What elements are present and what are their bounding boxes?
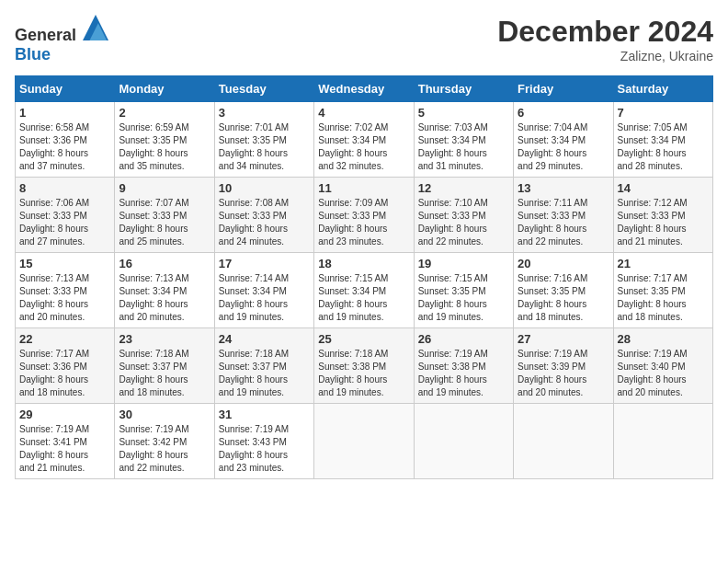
day-info: Sunrise: 7:15 AMSunset: 3:35 PMDaylight:… [418, 272, 509, 324]
day-info: Sunrise: 7:02 AMSunset: 3:34 PMDaylight:… [318, 121, 409, 173]
calendar-cell [314, 404, 414, 479]
day-number: 15 [19, 257, 110, 270]
day-info: Sunrise: 6:59 AMSunset: 3:35 PMDaylight:… [119, 121, 210, 173]
day-info: Sunrise: 7:12 AMSunset: 3:33 PMDaylight:… [618, 197, 709, 248]
day-number: 4 [318, 106, 409, 120]
header-saturday: Saturday [613, 76, 712, 102]
calendar-cell: 12Sunrise: 7:10 AMSunset: 3:33 PMDayligh… [414, 178, 513, 253]
day-number: 10 [219, 181, 310, 195]
day-number: 13 [518, 181, 609, 195]
header-friday: Friday [514, 76, 613, 102]
day-number: 30 [119, 408, 210, 421]
calendar-cell: 17Sunrise: 7:14 AMSunset: 3:34 PMDayligh… [214, 253, 313, 328]
calendar-cell: 29Sunrise: 7:19 AMSunset: 3:41 PMDayligh… [16, 404, 115, 479]
day-info: Sunrise: 7:07 AMSunset: 3:33 PMDaylight:… [119, 197, 210, 248]
day-info: Sunrise: 7:17 AMSunset: 3:36 PMDaylight:… [19, 348, 110, 399]
day-info: Sunrise: 7:05 AMSunset: 3:34 PMDaylight:… [618, 121, 709, 173]
calendar-row: 1Sunrise: 6:58 AMSunset: 3:36 PMDaylight… [16, 102, 713, 178]
day-number: 29 [19, 408, 110, 421]
day-number: 19 [418, 257, 509, 270]
day-number: 11 [318, 181, 409, 195]
calendar-cell: 22Sunrise: 7:17 AMSunset: 3:36 PMDayligh… [16, 328, 115, 404]
day-info: Sunrise: 7:11 AMSunset: 3:33 PMDaylight:… [518, 197, 609, 248]
day-number: 12 [418, 181, 509, 195]
day-info: Sunrise: 7:13 AMSunset: 3:33 PMDaylight:… [19, 272, 110, 324]
day-number: 21 [618, 257, 709, 270]
day-info: Sunrise: 7:18 AMSunset: 3:37 PMDaylight:… [219, 348, 310, 399]
day-number: 20 [518, 257, 609, 270]
day-info: Sunrise: 7:18 AMSunset: 3:38 PMDaylight:… [318, 348, 409, 399]
day-number: 9 [119, 181, 210, 195]
location: Zalizne, Ukraine [497, 49, 713, 63]
calendar-row: 15Sunrise: 7:13 AMSunset: 3:33 PMDayligh… [16, 253, 713, 328]
day-number: 31 [219, 408, 310, 421]
day-number: 24 [219, 332, 310, 346]
day-number: 28 [618, 332, 709, 346]
calendar-cell: 4Sunrise: 7:02 AMSunset: 3:34 PMDaylight… [314, 102, 414, 178]
calendar-cell [613, 404, 712, 479]
calendar-cell: 21Sunrise: 7:17 AMSunset: 3:35 PMDayligh… [613, 253, 712, 328]
calendar-cell: 31Sunrise: 7:19 AMSunset: 3:43 PMDayligh… [214, 404, 313, 479]
day-number: 18 [318, 257, 409, 270]
day-info: Sunrise: 7:19 AMSunset: 3:40 PMDaylight:… [618, 348, 709, 399]
calendar-cell: 15Sunrise: 7:13 AMSunset: 3:33 PMDayligh… [16, 253, 115, 328]
day-info: Sunrise: 7:15 AMSunset: 3:34 PMDaylight:… [318, 272, 409, 324]
day-number: 2 [119, 106, 210, 120]
calendar-cell: 16Sunrise: 7:13 AMSunset: 3:34 PMDayligh… [115, 253, 214, 328]
day-info: Sunrise: 7:19 AMSunset: 3:42 PMDaylight:… [119, 423, 210, 475]
calendar-cell: 7Sunrise: 7:05 AMSunset: 3:34 PMDaylight… [613, 102, 712, 178]
day-info: Sunrise: 7:18 AMSunset: 3:37 PMDaylight:… [119, 348, 210, 399]
day-number: 14 [618, 181, 709, 195]
day-info: Sunrise: 7:09 AMSunset: 3:33 PMDaylight:… [318, 197, 409, 248]
day-number: 25 [318, 332, 409, 346]
day-number: 7 [618, 106, 709, 120]
logo: General Blue [15, 15, 108, 64]
day-number: 5 [418, 106, 509, 120]
calendar-cell: 18Sunrise: 7:15 AMSunset: 3:34 PMDayligh… [314, 253, 414, 328]
calendar-cell [514, 404, 613, 479]
calendar-cell: 9Sunrise: 7:07 AMSunset: 3:33 PMDaylight… [115, 178, 214, 253]
calendar-cell: 5Sunrise: 7:03 AMSunset: 3:34 PMDaylight… [414, 102, 513, 178]
day-number: 6 [518, 106, 609, 120]
title-area: December 2024 Zalizne, Ukraine [497, 15, 713, 63]
calendar-cell: 19Sunrise: 7:15 AMSunset: 3:35 PMDayligh… [414, 253, 513, 328]
calendar-header-row: Sunday Monday Tuesday Wednesday Thursday… [16, 76, 713, 102]
day-number: 17 [219, 257, 310, 270]
day-number: 23 [119, 332, 210, 346]
day-info: Sunrise: 7:08 AMSunset: 3:33 PMDaylight:… [219, 197, 310, 248]
day-info: Sunrise: 7:13 AMSunset: 3:34 PMDaylight:… [119, 272, 210, 324]
calendar-cell: 8Sunrise: 7:06 AMSunset: 3:33 PMDaylight… [16, 178, 115, 253]
day-info: Sunrise: 7:17 AMSunset: 3:35 PMDaylight:… [618, 272, 709, 324]
calendar-cell: 13Sunrise: 7:11 AMSunset: 3:33 PMDayligh… [514, 178, 613, 253]
day-number: 1 [19, 106, 110, 120]
day-info: Sunrise: 7:14 AMSunset: 3:34 PMDaylight:… [219, 272, 310, 324]
calendar-row: 29Sunrise: 7:19 AMSunset: 3:41 PMDayligh… [16, 404, 713, 479]
day-info: Sunrise: 7:19 AMSunset: 3:43 PMDaylight:… [219, 423, 310, 475]
day-info: Sunrise: 7:19 AMSunset: 3:39 PMDaylight:… [518, 348, 609, 399]
header-wednesday: Wednesday [314, 76, 414, 102]
day-info: Sunrise: 6:58 AMSunset: 3:36 PMDaylight:… [19, 121, 110, 173]
logo-general: General [15, 26, 76, 44]
calendar-row: 8Sunrise: 7:06 AMSunset: 3:33 PMDaylight… [16, 178, 713, 253]
calendar-cell: 2Sunrise: 6:59 AMSunset: 3:35 PMDaylight… [115, 102, 214, 178]
calendar-cell [414, 404, 513, 479]
calendar-cell: 11Sunrise: 7:09 AMSunset: 3:33 PMDayligh… [314, 178, 414, 253]
day-info: Sunrise: 7:19 AMSunset: 3:38 PMDaylight:… [418, 348, 509, 399]
header-sunday: Sunday [16, 76, 115, 102]
calendar-cell: 20Sunrise: 7:16 AMSunset: 3:35 PMDayligh… [514, 253, 613, 328]
header-thursday: Thursday [414, 76, 513, 102]
calendar-cell: 23Sunrise: 7:18 AMSunset: 3:37 PMDayligh… [115, 328, 214, 404]
day-info: Sunrise: 7:16 AMSunset: 3:35 PMDaylight:… [518, 272, 609, 324]
day-number: 27 [518, 332, 609, 346]
day-number: 16 [119, 257, 210, 270]
calendar-cell: 25Sunrise: 7:18 AMSunset: 3:38 PMDayligh… [314, 328, 414, 404]
page-header: General Blue December 2024 Zalizne, Ukra… [15, 15, 713, 64]
day-info: Sunrise: 7:04 AMSunset: 3:34 PMDaylight:… [518, 121, 609, 173]
calendar-cell: 6Sunrise: 7:04 AMSunset: 3:34 PMDaylight… [514, 102, 613, 178]
calendar-cell: 30Sunrise: 7:19 AMSunset: 3:42 PMDayligh… [115, 404, 214, 479]
month-title: December 2024 [497, 15, 713, 49]
calendar-cell: 24Sunrise: 7:18 AMSunset: 3:37 PMDayligh… [214, 328, 313, 404]
calendar-cell: 14Sunrise: 7:12 AMSunset: 3:33 PMDayligh… [613, 178, 712, 253]
day-number: 3 [219, 106, 310, 120]
day-info: Sunrise: 7:01 AMSunset: 3:35 PMDaylight:… [219, 121, 310, 173]
